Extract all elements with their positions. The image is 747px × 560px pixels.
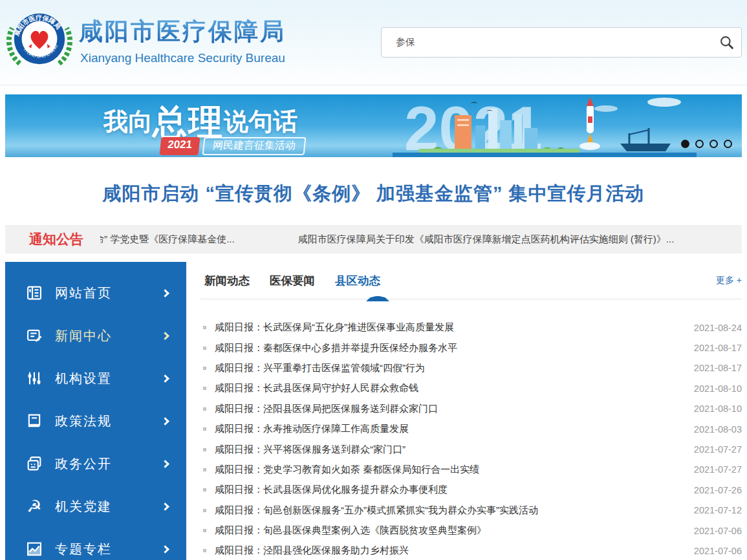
chevron-right-icon xyxy=(161,502,169,511)
featured-headline[interactable]: 咸阳市启动 “宣传贯彻《条例》 加强基金监管” 集中宣传月活动 xyxy=(0,181,747,207)
news-date: 2021-07-12 xyxy=(681,505,742,515)
news-tabs: 新闻动态 医保要闻 县区动态 更多 + xyxy=(200,262,742,299)
news-date: 2021-07-26 xyxy=(681,485,742,495)
bullet-icon xyxy=(203,529,206,532)
news-item[interactable]: 咸阳日报：兴平将医保服务送到群众“家门口” 2021-07-27 xyxy=(202,439,742,459)
sidebar-item-news-center[interactable]: 新闻中心 xyxy=(5,314,186,357)
news-title[interactable]: 咸阳日报：泾阳县医保局把医保服务送到群众家门口 xyxy=(215,403,681,415)
news-date: 2021-07-27 xyxy=(681,444,742,455)
sidebar-item-label: 专题专栏 xyxy=(55,541,162,558)
news-item[interactable]: 咸阳日报：旬邑创新医保服务“五办”模式抓紧抓实“我为群众办实事”实践活动 202… xyxy=(202,501,742,521)
badge-text: 网民建言征集活动 xyxy=(202,137,306,155)
disclosure-icon xyxy=(25,454,44,473)
news-title[interactable]: 咸阳日报：兴平将医保服务送到群众“家门口” xyxy=(215,444,681,456)
more-link[interactable]: 更多 + xyxy=(716,275,742,286)
site-header: 咸阳市医疗保障局 YI LIAO BAO ZHANG 咸阳市医疗保障局 Xian… xyxy=(0,0,747,85)
news-item[interactable]: 咸阳日报：兴平重拳打击医保监管领域“四假”行为 2021-08-17 xyxy=(202,358,742,378)
bullet-icon xyxy=(203,468,206,471)
chevron-right-icon xyxy=(161,545,169,554)
news-title[interactable]: 咸阳日报：兴平重拳打击医保监管领域“四假”行为 xyxy=(215,362,681,374)
bullet-icon xyxy=(203,549,206,552)
site-title: 咸阳市医疗保障局 xyxy=(79,16,286,48)
bureau-logo-emblem: 咸阳市医疗保障局 YI LIAO BAO ZHANG xyxy=(6,7,72,73)
homepage-icon xyxy=(25,283,44,303)
sidebar-item-party[interactable]: ☭ 机关党建 xyxy=(5,485,186,528)
sidebar-item-label: 机关党建 xyxy=(55,498,162,515)
news-item[interactable]: 咸阳日报：泾阳县医保局把医保服务送到群众家门口 2021-08-10 xyxy=(202,399,742,419)
bullet-icon xyxy=(203,387,206,390)
bullet-icon xyxy=(203,326,206,329)
chevron-right-icon xyxy=(161,417,169,425)
news-list: 咸阳日报：长武医保局“五化身”推进医保事业高质量发展 2021-08-24 咸阳… xyxy=(200,299,742,560)
notice-ticker: 命” 学党史暨《医疗保障基金使... 咸阳市医疗保障局关于印发《咸阳市医疗保障新… xyxy=(100,233,674,246)
news-item[interactable]: 咸阳日报：旬邑县医保典型案例入选《陕西脱贫攻坚典型案例》 2021-07-06 xyxy=(202,521,742,541)
news-item[interactable]: 咸阳日报：长武县医保局守护好人民群众救命钱 2021-08-10 xyxy=(202,378,742,398)
notice-item[interactable]: 咸阳市医疗保障局关于印发《咸阳市医疗保障新增定点医药机构评估实施细则 (暂行)》… xyxy=(298,233,675,246)
news-date: 2021-08-24 xyxy=(681,323,742,333)
chevron-right-icon xyxy=(161,374,169,383)
chevron-right-icon xyxy=(161,460,169,468)
news-item[interactable]: 咸阳日报：党史学习教育如火如荼 秦都医保局知行合一出实绩 2021-07-27 xyxy=(202,460,742,480)
news-date: 2021-08-17 xyxy=(681,363,742,373)
bullet-icon xyxy=(203,488,206,491)
news-title[interactable]: 咸阳日报：长武县医保局优化服务提升群众办事便利度 xyxy=(215,484,681,496)
carousel-dot-3[interactable] xyxy=(709,140,718,148)
site-subtitle: Xianyang Healthcare Security Bureau xyxy=(80,51,285,65)
banner-illustration: 2021 xyxy=(393,94,697,157)
news-item[interactable]: 咸阳日报：长武县医保局优化服务提升群众办事便利度 2021-07-26 xyxy=(202,480,742,500)
slogan-emphasis: 总理 xyxy=(153,103,224,141)
search-button[interactable] xyxy=(713,28,741,57)
sidebar-item-policy[interactable]: 政策法规 xyxy=(5,400,186,442)
slogan-prefix: 我向 xyxy=(103,108,153,135)
news-date: 2021-07-06 xyxy=(681,546,742,556)
news-date: 2021-08-17 xyxy=(681,343,742,353)
news-title[interactable]: 咸阳日报：长武县医保局守护好人民群众救命钱 xyxy=(215,382,681,394)
news-title[interactable]: 咸阳日报：旬邑县医保典型案例入选《陕西脱贫攻坚典型案例》 xyxy=(215,524,681,537)
special-column-icon xyxy=(25,539,44,559)
banner-carousel[interactable]: 2021 我向总理说句话 2021 网民建言征集活动 xyxy=(5,94,742,157)
carousel-dot-1[interactable] xyxy=(681,140,689,148)
slogan-suffix: 说句话 xyxy=(224,108,298,135)
news-title[interactable]: 咸阳日报：党史学习教育如火如荼 秦都医保局知行合一出实绩 xyxy=(215,464,681,476)
magnifier-icon xyxy=(719,34,735,51)
main-content: 新闻动态 医保要闻 县区动态 更多 + 咸阳日报：长武医保局“五化身”推进医保事… xyxy=(200,262,742,560)
news-date: 2021-07-06 xyxy=(681,526,742,536)
chevron-right-icon xyxy=(161,289,169,297)
sidebar-item-disclosure[interactable]: 政务公开 xyxy=(5,442,186,485)
bullet-icon xyxy=(203,427,206,431)
tab-medical-headlines[interactable]: 医保要闻 xyxy=(270,273,315,288)
news-date: 2021-08-10 xyxy=(681,383,742,394)
carousel-dot-4[interactable] xyxy=(724,140,732,148)
news-title[interactable]: 咸阳日报：泾阳县强化医保服务助力乡村振兴 xyxy=(215,544,681,557)
news-date: 2021-08-03 xyxy=(681,424,742,435)
sidebar-item-label: 新闻中心 xyxy=(55,327,162,345)
search-input[interactable] xyxy=(382,37,713,48)
badge-year: 2021 xyxy=(160,137,200,155)
news-item[interactable]: 咸阳日报：永寿推动医疗保障工作高质量发展 2021-08-03 xyxy=(202,419,742,439)
search-box xyxy=(381,27,742,58)
bullet-icon xyxy=(203,407,206,411)
news-icon xyxy=(25,326,44,345)
news-item[interactable]: 咸阳日报：泾阳县强化医保服务助力乡村振兴 2021-07-06 xyxy=(202,541,742,560)
news-title[interactable]: 咸阳日报：秦都医保中心多措并举提升医保经办服务水平 xyxy=(215,342,681,354)
tab-news-updates[interactable]: 新闻动态 xyxy=(204,273,250,288)
news-item[interactable]: 咸阳日报：长武医保局“五化身”推进医保事业高质量发展 2021-08-24 xyxy=(202,318,742,338)
news-title[interactable]: 咸阳日报：永寿推动医疗保障工作高质量发展 xyxy=(215,423,681,435)
carousel-dots xyxy=(681,140,732,148)
news-title[interactable]: 咸阳日报：长武医保局“五化身”推进医保事业高质量发展 xyxy=(215,321,681,334)
news-item[interactable]: 咸阳日报：秦都医保中心多措并举提升医保经办服务水平 2021-08-17 xyxy=(202,338,742,358)
carousel-dot-2[interactable] xyxy=(695,140,704,148)
news-date: 2021-08-10 xyxy=(681,404,742,414)
news-title[interactable]: 咸阳日报：旬邑创新医保服务“五办”模式抓紧抓实“我为群众办实事”实践活动 xyxy=(215,504,681,517)
notice-item[interactable]: 命” 学党史暨《医疗保障基金使... xyxy=(100,233,235,246)
active-tab-indicator xyxy=(366,296,389,301)
bureau-logo: 咸阳市医疗保障局 YI LIAO BAO ZHANG xyxy=(6,7,72,73)
sidebar-item-home[interactable]: 网站首页 xyxy=(5,272,186,314)
sidebar-item-special[interactable]: 专题专栏 xyxy=(5,528,186,560)
sidebar-item-organization[interactable]: 机构设置 xyxy=(5,357,186,400)
news-date: 2021-07-27 xyxy=(681,464,742,475)
tab-county-news[interactable]: 县区动态 xyxy=(335,273,380,288)
sidebar-item-label: 政务公开 xyxy=(55,455,162,473)
bullet-icon xyxy=(203,367,206,370)
party-emblem-icon: ☭ xyxy=(25,497,44,516)
